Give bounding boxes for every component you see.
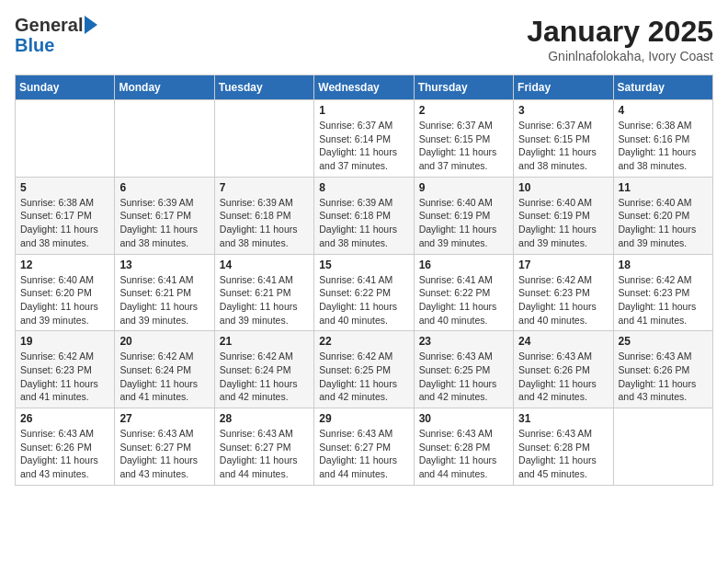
day-number: 18 <box>619 259 708 271</box>
day-number: 16 <box>419 259 508 271</box>
calendar-table: SundayMondayTuesdayWednesdayThursdayFrid… <box>15 75 713 486</box>
day-info: Sunrise: 6:42 AMSunset: 6:23 PMDaylight:… <box>20 350 109 404</box>
calendar-cell: 19Sunrise: 6:42 AMSunset: 6:23 PMDayligh… <box>16 331 115 408</box>
day-number: 11 <box>619 181 708 194</box>
day-info: Sunrise: 6:43 AMSunset: 6:27 PMDaylight:… <box>220 427 309 481</box>
day-info: Sunrise: 6:41 AMSunset: 6:22 PMDaylight:… <box>319 273 408 327</box>
calendar-cell: 11Sunrise: 6:40 AMSunset: 6:20 PMDayligh… <box>613 177 712 254</box>
calendar-cell: 15Sunrise: 6:41 AMSunset: 6:22 PMDayligh… <box>314 254 414 331</box>
calendar-cell: 10Sunrise: 6:40 AMSunset: 6:19 PMDayligh… <box>514 177 613 254</box>
calendar-week-row: 5Sunrise: 6:38 AMSunset: 6:17 PMDaylight… <box>16 177 713 254</box>
logo-general-text: General <box>15 15 83 35</box>
calendar-cell: 13Sunrise: 6:41 AMSunset: 6:21 PMDayligh… <box>115 254 214 331</box>
calendar-day-header: Tuesday <box>214 75 313 100</box>
day-number: 31 <box>518 412 608 425</box>
calendar-cell: 26Sunrise: 6:43 AMSunset: 6:26 PMDayligh… <box>16 408 115 486</box>
calendar-cell: 5Sunrise: 6:38 AMSunset: 6:17 PMDaylight… <box>16 177 115 254</box>
day-number: 4 <box>619 104 708 117</box>
day-info: Sunrise: 6:40 AMSunset: 6:19 PMDaylight:… <box>518 196 608 250</box>
day-number: 1 <box>319 104 408 117</box>
day-info: Sunrise: 6:40 AMSunset: 6:20 PMDaylight:… <box>20 273 109 327</box>
day-number: 5 <box>20 181 109 194</box>
calendar-cell: 7Sunrise: 6:39 AMSunset: 6:18 PMDaylight… <box>214 177 313 254</box>
calendar-cell: 29Sunrise: 6:43 AMSunset: 6:27 PMDayligh… <box>314 408 414 486</box>
logo: General Blue <box>15 15 97 56</box>
logo-blue-text: Blue <box>15 35 54 55</box>
calendar-day-header: Monday <box>115 75 214 100</box>
day-info: Sunrise: 6:37 AMSunset: 6:15 PMDaylight:… <box>419 119 508 173</box>
day-info: Sunrise: 6:37 AMSunset: 6:14 PMDaylight:… <box>319 119 408 173</box>
day-number: 9 <box>419 181 508 194</box>
day-info: Sunrise: 6:39 AMSunset: 6:18 PMDaylight:… <box>319 196 408 250</box>
day-number: 30 <box>419 412 508 425</box>
day-info: Sunrise: 6:42 AMSunset: 6:23 PMDaylight:… <box>619 273 708 327</box>
calendar-week-row: 12Sunrise: 6:40 AMSunset: 6:20 PMDayligh… <box>16 254 713 331</box>
day-info: Sunrise: 6:43 AMSunset: 6:28 PMDaylight:… <box>419 427 508 481</box>
day-number: 28 <box>220 412 309 425</box>
logo-arrow-icon <box>85 16 97 34</box>
day-info: Sunrise: 6:39 AMSunset: 6:17 PMDaylight:… <box>119 196 209 250</box>
calendar-week-row: 1Sunrise: 6:37 AMSunset: 6:14 PMDaylight… <box>16 100 713 178</box>
day-info: Sunrise: 6:40 AMSunset: 6:20 PMDaylight:… <box>619 196 708 250</box>
day-info: Sunrise: 6:42 AMSunset: 6:25 PMDaylight:… <box>319 350 408 404</box>
calendar-cell: 23Sunrise: 6:43 AMSunset: 6:25 PMDayligh… <box>414 331 513 408</box>
calendar-header-row: SundayMondayTuesdayWednesdayThursdayFrid… <box>16 75 713 100</box>
day-number: 27 <box>119 412 209 425</box>
day-info: Sunrise: 6:43 AMSunset: 6:27 PMDaylight:… <box>119 427 209 481</box>
calendar-cell: 18Sunrise: 6:42 AMSunset: 6:23 PMDayligh… <box>613 254 712 331</box>
calendar-cell: 31Sunrise: 6:43 AMSunset: 6:28 PMDayligh… <box>514 408 613 486</box>
day-number: 22 <box>319 335 408 348</box>
calendar-cell: 6Sunrise: 6:39 AMSunset: 6:17 PMDaylight… <box>115 177 214 254</box>
day-number: 24 <box>518 335 608 348</box>
day-info: Sunrise: 6:37 AMSunset: 6:15 PMDaylight:… <box>518 119 608 173</box>
calendar-day-header: Thursday <box>414 75 513 100</box>
day-number: 7 <box>220 181 309 194</box>
day-number: 23 <box>419 335 508 348</box>
title-section: January 2025 Gninlnafolokaha, Ivory Coas… <box>527 15 713 63</box>
location-text: Gninlnafolokaha, Ivory Coast <box>527 49 713 63</box>
calendar-cell: 14Sunrise: 6:41 AMSunset: 6:21 PMDayligh… <box>214 254 313 331</box>
calendar-cell <box>115 100 214 178</box>
calendar-day-header: Friday <box>514 75 613 100</box>
calendar-cell: 21Sunrise: 6:42 AMSunset: 6:24 PMDayligh… <box>214 331 313 408</box>
calendar-day-header: Wednesday <box>314 75 414 100</box>
calendar-cell: 2Sunrise: 6:37 AMSunset: 6:15 PMDaylight… <box>414 100 513 178</box>
calendar-cell: 17Sunrise: 6:42 AMSunset: 6:23 PMDayligh… <box>514 254 613 331</box>
page-header: General Blue January 2025 Gninlnafolokah… <box>15 15 713 63</box>
calendar-cell: 12Sunrise: 6:40 AMSunset: 6:20 PMDayligh… <box>16 254 115 331</box>
calendar-day-header: Saturday <box>613 75 712 100</box>
calendar-cell <box>214 100 313 178</box>
calendar-cell: 16Sunrise: 6:41 AMSunset: 6:22 PMDayligh… <box>414 254 513 331</box>
day-number: 19 <box>20 335 109 348</box>
day-info: Sunrise: 6:40 AMSunset: 6:19 PMDaylight:… <box>419 196 508 250</box>
day-number: 25 <box>619 335 708 348</box>
day-number: 2 <box>419 104 508 117</box>
calendar-cell: 28Sunrise: 6:43 AMSunset: 6:27 PMDayligh… <box>214 408 313 486</box>
calendar-cell <box>613 408 712 486</box>
calendar-cell: 3Sunrise: 6:37 AMSunset: 6:15 PMDaylight… <box>514 100 613 178</box>
day-number: 6 <box>119 181 209 194</box>
calendar-cell: 20Sunrise: 6:42 AMSunset: 6:24 PMDayligh… <box>115 331 214 408</box>
day-info: Sunrise: 6:41 AMSunset: 6:21 PMDaylight:… <box>220 273 309 327</box>
calendar-cell: 1Sunrise: 6:37 AMSunset: 6:14 PMDaylight… <box>314 100 414 178</box>
calendar-body: 1Sunrise: 6:37 AMSunset: 6:14 PMDaylight… <box>16 100 713 486</box>
calendar-cell: 22Sunrise: 6:42 AMSunset: 6:25 PMDayligh… <box>314 331 414 408</box>
month-title: January 2025 <box>527 15 713 49</box>
day-number: 10 <box>518 181 608 194</box>
day-number: 14 <box>220 259 309 271</box>
day-info: Sunrise: 6:42 AMSunset: 6:23 PMDaylight:… <box>518 273 608 327</box>
calendar-cell: 25Sunrise: 6:43 AMSunset: 6:26 PMDayligh… <box>613 331 712 408</box>
day-info: Sunrise: 6:42 AMSunset: 6:24 PMDaylight:… <box>220 350 309 404</box>
day-info: Sunrise: 6:43 AMSunset: 6:26 PMDaylight:… <box>518 350 608 404</box>
day-info: Sunrise: 6:38 AMSunset: 6:17 PMDaylight:… <box>20 196 109 250</box>
day-info: Sunrise: 6:43 AMSunset: 6:27 PMDaylight:… <box>319 427 408 481</box>
day-info: Sunrise: 6:43 AMSunset: 6:26 PMDaylight:… <box>619 350 708 404</box>
calendar-cell: 30Sunrise: 6:43 AMSunset: 6:28 PMDayligh… <box>414 408 513 486</box>
calendar-cell: 8Sunrise: 6:39 AMSunset: 6:18 PMDaylight… <box>314 177 414 254</box>
day-info: Sunrise: 6:43 AMSunset: 6:28 PMDaylight:… <box>518 427 608 481</box>
day-info: Sunrise: 6:41 AMSunset: 6:21 PMDaylight:… <box>119 273 209 327</box>
day-info: Sunrise: 6:38 AMSunset: 6:16 PMDaylight:… <box>619 119 708 173</box>
day-number: 15 <box>319 259 408 271</box>
calendar-cell: 24Sunrise: 6:43 AMSunset: 6:26 PMDayligh… <box>514 331 613 408</box>
day-info: Sunrise: 6:43 AMSunset: 6:25 PMDaylight:… <box>419 350 508 404</box>
